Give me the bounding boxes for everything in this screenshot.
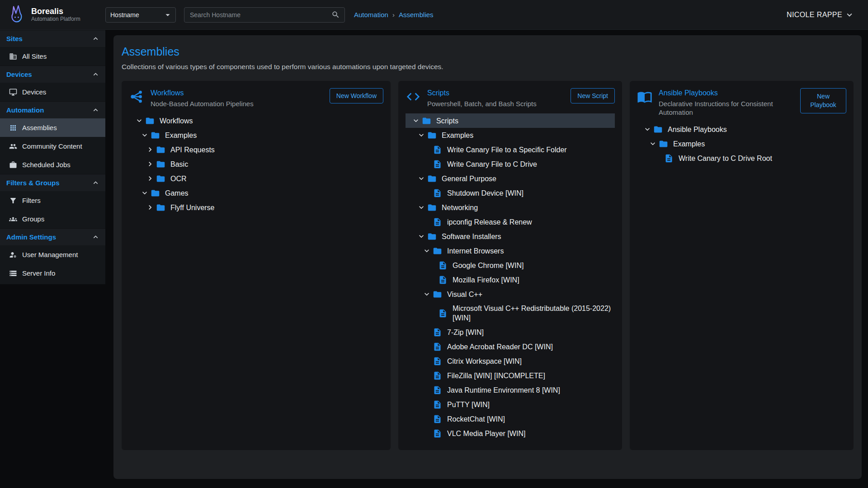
tree-folder-ansible-playbooks[interactable]: Ansible Playbooks [637,122,846,136]
sidebar-section-filters-groups[interactable]: Filters & Groups [0,174,105,191]
new-script-button[interactable]: New Script [571,88,615,103]
sidebar-item-community-content[interactable]: Community Content [0,137,105,155]
tree-folder-examples[interactable]: Examples [406,128,615,142]
sidebar-section-label: Admin Settings [6,233,56,241]
brand: Borealis Automation Platform [7,5,105,25]
tree-item-label: Write Canary File to a Specific Folder [447,145,567,155]
chevron-down-icon[interactable] [642,124,652,134]
tree-file-microsoft-visual-c-redistributable-2015-2022-win[interactable]: Microsoft Visual C++ Redistributable (20… [406,301,615,325]
sidebar-item-groups[interactable]: Groups [0,210,105,228]
tree-folder-visual-c[interactable]: Visual C++ [406,287,615,301]
workflows-card-header: Workflows Node-Based Automation Pipeline… [129,88,383,108]
sidebar-item-scheduled-jobs[interactable]: Scheduled Jobs [0,155,105,174]
tree-folder-software-installers[interactable]: Software Installers [406,229,615,244]
new-playbook-button[interactable]: New Playbook [800,88,846,113]
folder-icon [156,145,167,155]
tree-folder-scripts[interactable]: Scripts [406,113,615,128]
tree-folder-examples[interactable]: Examples [637,136,846,151]
file-icon [433,399,443,409]
groups-icon [9,215,17,223]
expand-spacer [422,428,432,438]
main-content: Assemblies Collections of various types … [105,30,868,488]
sidebar-item-filters[interactable]: Filters [0,191,105,210]
breadcrumb-automation[interactable]: Automation [354,11,388,19]
chevron-right-icon[interactable] [145,202,155,212]
tree-file-citrix-workspace-win[interactable]: Citrix Workspace [WIN] [406,354,615,368]
sidebar-item-devices[interactable]: Devices [0,83,105,101]
sidebar-section-admin-settings[interactable]: Admin Settings [0,228,105,245]
filters-icon [9,197,17,205]
chevron-down-icon[interactable] [140,130,150,140]
tree-folder-workflows[interactable]: Workflows [129,113,383,128]
sidebar-item-assemblies[interactable]: Assemblies [0,118,105,137]
tree-item-label: Examples [442,131,473,140]
tree-item-label: Flyff Universe [170,203,215,212]
user-menu[interactable]: NICOLE RAPPE [787,10,854,20]
tree-file-write-canary-file-to-c-drive[interactable]: Write Canary File to C Drive [406,157,615,171]
tree-item-label: Java Runtime Environment 8 [WIN] [447,385,560,395]
ansible-card-title: Ansible Playbooks [659,89,794,97]
tree-folder-general-purpose[interactable]: General Purpose [406,171,615,186]
chevron-right-icon[interactable] [145,174,155,183]
tree-file-java-runtime-environment-8-win[interactable]: Java Runtime Environment 8 [WIN] [406,383,615,397]
tree-file-google-chrome-win[interactable]: Google Chrome [WIN] [406,258,615,272]
tree-file-putty-win[interactable]: PuTTY [WIN] [406,397,615,412]
tree-folder-basic[interactable]: Basic [129,157,383,171]
search-input[interactable] [189,11,331,19]
expand-spacer [422,356,432,366]
topbar: Borealis Automation Platform Hostname Au… [0,0,868,30]
tree-folder-networking[interactable]: Networking [406,200,615,215]
chevron-down-icon[interactable] [416,231,426,241]
breadcrumb-assemblies[interactable]: Assemblies [399,11,434,19]
tree-file-write-canary-file-to-a-specific-folder[interactable]: Write Canary File to a Specific Folder [406,142,615,157]
sidebar-item-all-sites[interactable]: All Sites [0,47,105,66]
tree-file-ipconfig-release-renew[interactable]: ipconfig Release & Renew [406,215,615,229]
chevron-right-icon[interactable] [145,145,155,155]
chevron-down-icon[interactable] [411,116,421,126]
sidebar-item-user-management[interactable]: User Management [0,245,105,264]
chevron-down-icon[interactable] [422,246,432,256]
tree-item-label: Shutdown Device [WIN] [447,188,524,198]
chevron-right-icon[interactable] [145,159,155,169]
tree-file-adobe-acrobat-reader-dc-win[interactable]: Adobe Acrobat Reader DC [WIN] [406,339,615,354]
tree-folder-internet-browsers[interactable]: Internet Browsers [406,244,615,258]
chevron-down-icon[interactable] [416,130,426,140]
sidebar-section-automation[interactable]: Automation [0,101,105,118]
folder-icon [659,139,670,149]
tree-item-label: Citrix Workspace [WIN] [447,357,522,366]
sidebar-section-sites[interactable]: Sites [0,30,105,47]
folder-icon [427,202,438,212]
tree-item-label: Adobe Acrobat Reader DC [WIN] [447,342,553,352]
chevron-down-icon[interactable] [134,116,144,126]
chevron-down-icon[interactable] [416,202,426,212]
chevron-down-icon[interactable] [648,139,658,149]
chevron-down-icon[interactable] [416,174,426,183]
folder-icon [156,159,167,169]
tree-folder-games[interactable]: Games [129,186,383,200]
tree-folder-examples[interactable]: Examples [129,128,383,142]
search-icon[interactable] [331,10,340,19]
chevron-down-icon[interactable] [422,289,432,299]
hostname-search[interactable] [184,7,345,23]
tree-file-mozilla-firefox-win[interactable]: Mozilla Firefox [WIN] [406,272,615,287]
tree-file-rocketchat-win[interactable]: RocketChat [WIN] [406,412,615,426]
assembly-cards: Workflows Node-Based Automation Pipeline… [122,81,854,450]
page-title: Assemblies [122,45,854,58]
tree-folder-ocr[interactable]: OCR [129,171,383,186]
sidebar-section-devices[interactable]: Devices [0,66,105,83]
tree-folder-flyff-universe[interactable]: Flyff Universe [129,200,383,215]
file-icon [433,371,443,380]
sidebar-item-server-info[interactable]: Server Info [0,264,105,282]
chevron-down-icon[interactable] [140,188,150,198]
new-workflow-button[interactable]: New Workflow [330,88,383,103]
hostname-dropdown[interactable]: Hostname [105,7,176,23]
tree-file-shutdown-device-win[interactable]: Shutdown Device [WIN] [406,186,615,200]
tree-file-write-canary-to-c-drive-root[interactable]: Write Canary to C Drive Root [637,151,846,165]
tree-file-7-zip-win[interactable]: 7-Zip [WIN] [406,325,615,339]
workflows-card-subtitle: Node-Based Automation Pipelines [151,99,286,108]
tree-file-vlc-media-player-win[interactable]: VLC Media Player [WIN] [406,426,615,441]
tree-folder-api-requests[interactable]: API Requests [129,142,383,157]
page-description: Collections of various types of componen… [122,63,854,71]
tree-file-filezilla-win-incomplete[interactable]: FileZilla [WIN] [INCOMPLETE] [406,368,615,383]
app-root: Borealis Automation Platform Hostname Au… [0,0,868,488]
